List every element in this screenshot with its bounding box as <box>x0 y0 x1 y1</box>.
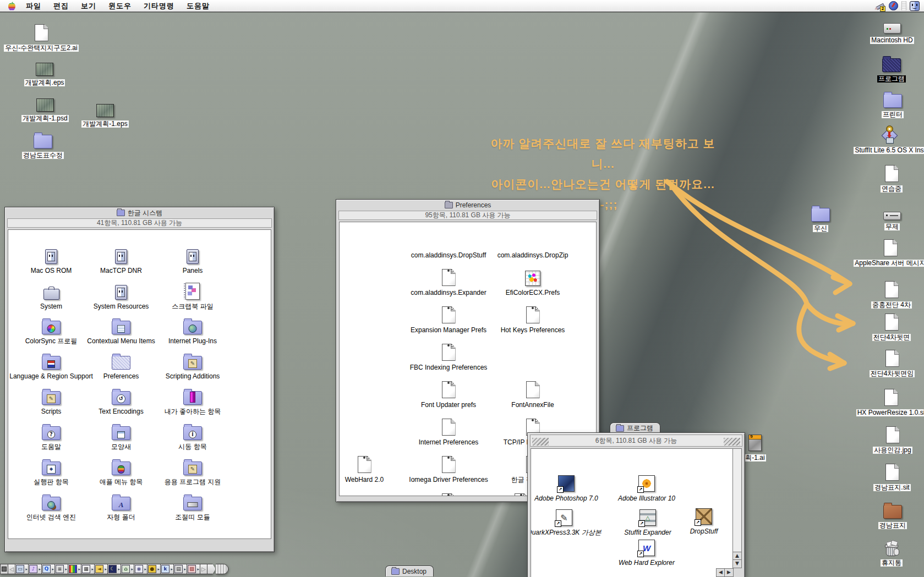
menu-help[interactable]: 도움말 <box>181 0 216 12</box>
menu-file[interactable]: 파일 <box>20 0 47 12</box>
window-programs-status-bar: 6항목, 110.81 GB 사용 가능 <box>530 435 742 447</box>
finder-application-icon[interactable] <box>910 1 920 10</box>
window-programs[interactable]: 6항목, 110.81 GB 사용 가능 ↗Adobe Photoshop 7.… <box>527 432 745 577</box>
menu-view[interactable]: 보기 <box>75 0 102 12</box>
finder-item[interactable]: 조절띠 모듈 <box>146 512 239 521</box>
desktop-icon[interactable]: 개발계획.eps <box>0 77 91 87</box>
control-strip-module-volume[interactable]: ◄▸ <box>95 564 108 574</box>
window-preferences-status-bar: 95항목, 110.81 GB 사용 가능 <box>338 211 597 220</box>
finder-item[interactable]: Internet Preferences <box>402 437 495 447</box>
finder-item[interactable]: WebHard 2.0 <box>339 474 411 484</box>
finder-item[interactable]: ✎↗QuarkXPress3.3K 가상본 <box>531 527 611 537</box>
finder-item[interactable]: ↗Adobe Illustrator 10 <box>600 493 693 503</box>
color-profile-icon <box>525 271 540 286</box>
window-hangul-title-bar[interactable]: 한글 시스템 <box>7 208 272 217</box>
window-programs-horizontal-scrollbar[interactable]: ◀ ▶ <box>531 568 734 577</box>
desktop-popup-tab[interactable]: Desktop <box>385 565 434 576</box>
control-strip-module-resolution[interactable]: ▦▸ <box>81 564 95 574</box>
control-strip-module-music[interactable]: ♪▸ <box>29 564 42 574</box>
folder-icon <box>391 568 400 575</box>
desktop-icon[interactable]: 무제 <box>845 221 924 231</box>
desktop-icon-label: 개발계획-1.eps <box>81 120 128 128</box>
finder-item[interactable]: Iomega Driver Preferences <box>402 474 495 484</box>
desktop-icon[interactable]: 프로그램 <box>845 73 924 83</box>
desktop-icon[interactable]: 프린터 <box>846 109 924 119</box>
menu-badge-icon <box>117 325 125 333</box>
finder-item[interactable]: FontAnnexFile <box>486 399 579 409</box>
control-strip-pull-tab[interactable] <box>216 564 228 574</box>
finder-item[interactable]: i시동 항목 <box>146 441 239 451</box>
desktop-icon[interactable]: 연습중 <box>845 183 924 193</box>
finder-item[interactable]: Hot Keys Preferences <box>486 325 579 334</box>
desktop-icon[interactable]: 휴지통 <box>845 557 924 567</box>
desktop-icon[interactable]: 개발계획-1.eps <box>58 118 152 128</box>
finder-item[interactable]: EfiColorECX.Prefs <box>486 287 579 297</box>
desktop-icon[interactable]: 우신-수완택지지구도2.ai <box>0 42 88 52</box>
control-strip-module-printer[interactable]: ▤▸ <box>174 564 187 574</box>
window-hangul-horizontal-scrollbar[interactable] <box>8 530 271 539</box>
control-strip-module-display[interactable]: ▭▸ <box>15 564 29 574</box>
system-file-icon <box>115 249 127 264</box>
control-strip-scroll-right[interactable]: ▷ <box>200 564 207 574</box>
menu-window[interactable]: 윈도우 <box>102 0 138 12</box>
menu-edit[interactable]: 편집 <box>47 0 75 12</box>
desktop-icon[interactable]: HX PowerResize 1.0.si <box>844 407 924 417</box>
finder-item[interactable]: ✎응용 프로그램 지원 <box>146 476 239 486</box>
desktop-icon[interactable]: AppleShare 서버 메시지 <box>844 257 924 267</box>
folder-icon: ✎ <box>183 356 202 370</box>
finder-item[interactable]: com.aladdinsys.Expander <box>402 287 495 297</box>
help-badge-icon: ? <box>47 431 55 438</box>
clock-icon[interactable] <box>888 1 898 10</box>
document-icon <box>885 350 899 367</box>
apple-menu[interactable] <box>0 2 20 10</box>
control-strip-module-quicktime[interactable]: Q▸ <box>42 564 55 574</box>
desktop-icon[interactable]: 경남도표수정 <box>0 150 90 160</box>
control-strip-module-color-depth[interactable]: ▸ <box>68 564 81 574</box>
scroll-right-button[interactable]: ▶ <box>724 568 734 577</box>
desktop-icon[interactable]: 전단4차뒷면 <box>845 332 924 342</box>
desktop-icon[interactable]: 중홍전단 4차 <box>845 299 924 309</box>
finder-item[interactable]: W↗Web Hard Explorer <box>600 557 693 567</box>
control-strip-scroll-left[interactable]: ◁ <box>8 564 15 574</box>
finder-item[interactable]: Panels <box>146 265 239 275</box>
finder-item[interactable]: Internet Plug-Ins <box>146 336 239 345</box>
window-programs-vertical-scrollbar[interactable]: ▲ ▼ <box>732 448 742 568</box>
finder-item[interactable]: Expansion Manager Prefs <box>402 325 495 334</box>
desktop-icon[interactable]: 사용인감.jpg <box>846 444 924 454</box>
preferences-document-icon <box>442 344 456 361</box>
desktop-icon[interactable]: 전단4차뒷면임 <box>845 368 924 378</box>
window-preferences-title-bar[interactable]: Preferences <box>338 201 598 210</box>
control-strip-module-print-monitor[interactable]: ▨▸ <box>187 564 200 574</box>
control-strip-module-security-lock[interactable]: ●▸ <box>147 564 161 574</box>
menu-misc-commands[interactable]: 기타명령 <box>138 0 181 12</box>
finder-item[interactable]: FBC Indexing Preferences <box>402 362 495 372</box>
input-method-pencil-icon[interactable]: 2 <box>875 1 885 10</box>
desktop-icon[interactable]: StuffIt Lite 6.5 OS X Ins <box>843 145 924 155</box>
control-strip-module-power[interactable]: ≡▸ <box>55 564 68 574</box>
finder-item[interactable]: Font Updater prefs <box>402 399 495 409</box>
finder-item[interactable]: 스크랩북 파일 <box>146 301 239 311</box>
finder-item[interactable]: ↗DropStuff <box>657 526 734 536</box>
appsup-badge-icon: ✎ <box>188 465 197 474</box>
finder-item-label: 모양새 <box>110 443 132 450</box>
control-strip: ◁ ▭▸♪▸Q▸≡▸▸▦▸◄▸☾▸⌂▸◉▸●▸k▸▤▸▨▸ ▷ <box>0 564 228 574</box>
finder-item-label: Mac OS ROM <box>30 267 73 274</box>
finder-item[interactable]: com.aladdinsys.DropStuff <box>402 250 495 260</box>
desktop-icon-label: 프린터 <box>882 111 904 118</box>
scroll-down-button[interactable]: ▼ <box>732 559 742 568</box>
window-programs-tab[interactable]: 프로그램 <box>610 422 660 433</box>
control-strip-module-file-sharing[interactable]: ⌂▸ <box>121 564 134 574</box>
control-strip-module-keychain[interactable]: k▸ <box>161 564 174 574</box>
finder-item[interactable]: com.aladdinsys.DropZip <box>486 250 579 260</box>
finder-item[interactable]: 내가 좋아하는 항목 <box>146 406 239 416</box>
control-strip-module-cd-audio[interactable]: ◉▸ <box>134 564 147 574</box>
desktop-icon[interactable]: 경남표지 <box>846 520 924 530</box>
finder-item[interactable]: ✎Scripting Additions <box>146 371 239 381</box>
energy-sleep-icon: ☾ <box>108 565 117 573</box>
desktop-icon[interactable]: 경남표지.sit <box>845 482 924 492</box>
window-hangul-system[interactable]: 한글 시스템 41항목, 110.81 GB 사용 가능 Mac OS ROMM… <box>4 207 275 552</box>
control-strip-collapse-box[interactable] <box>0 564 8 574</box>
control-strip-module-energy-sleep[interactable]: ☾▸ <box>108 564 121 574</box>
desktop-icon[interactable]: Macintosh HD <box>845 35 924 45</box>
control-strip-end-point <box>207 564 216 574</box>
